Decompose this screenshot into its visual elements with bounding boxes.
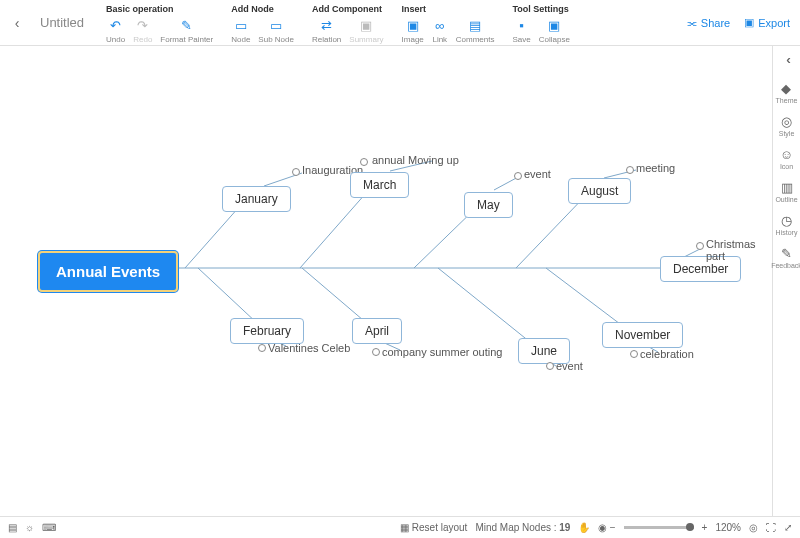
leaf-dot [360, 158, 368, 166]
image-icon: ▣ [405, 17, 421, 33]
svg-line-16 [546, 268, 628, 330]
export-icon: ▣ [744, 16, 754, 29]
panel-outline[interactable]: ▥Outline [775, 180, 797, 203]
leaf-dot [258, 344, 266, 352]
svg-line-14 [438, 268, 530, 342]
hand-tool[interactable]: ✋ [578, 522, 590, 533]
group-addnode-header: Add Node [231, 4, 294, 14]
leaf-dot [372, 348, 380, 356]
add-node-button[interactable]: ▭Node [231, 17, 250, 44]
panel-style[interactable]: ◎Style [779, 114, 795, 137]
insert-image-button[interactable]: ▣Image [402, 17, 424, 44]
leaf-dot [626, 166, 634, 174]
insert-comments-button[interactable]: ▤Comments [456, 17, 495, 44]
redo-icon: ↷ [135, 17, 151, 33]
node-february[interactable]: February [230, 318, 304, 344]
collapse-button[interactable]: ▣Collapse [539, 17, 570, 44]
icon-icon: ☺ [780, 147, 793, 162]
panel-collapse-icon[interactable]: ‹‹ [786, 52, 787, 67]
group-basic-header: Basic operation [106, 4, 213, 14]
leaf-event2[interactable]: event [556, 360, 583, 372]
mindmap-canvas[interactable]: Annual Events January Inauguration March… [0, 46, 772, 516]
collapse-icon: ▣ [546, 17, 562, 33]
reset-layout-button[interactable]: ▦ Reset layout [400, 522, 467, 533]
leaf-celebration[interactable]: celebration [640, 348, 694, 360]
panel-icon[interactable]: ☺Icon [780, 147, 793, 170]
group-tool-header: Tool Settings [512, 4, 569, 14]
leaf-moving[interactable]: annual Moving up [372, 154, 459, 166]
zoom-level: 120% [715, 522, 741, 533]
doc-title[interactable]: Untitled [26, 0, 98, 45]
panel-theme[interactable]: ◆Theme [776, 81, 798, 104]
fullscreen-button[interactable]: ⤢ [784, 522, 792, 533]
panel-history[interactable]: ◷History [776, 213, 798, 236]
zoom-slider[interactable] [624, 526, 694, 529]
comments-icon: ▤ [467, 17, 483, 33]
format-painter-button[interactable]: ✎Format Painter [160, 17, 213, 44]
add-subnode-button[interactable]: ▭Sub Node [258, 17, 294, 44]
node-may[interactable]: May [464, 192, 513, 218]
share-icon: ⫘ [686, 17, 697, 29]
group-addcomp-header: Add Component [312, 4, 384, 14]
leaf-dot [292, 168, 300, 176]
leaf-event1[interactable]: event [524, 168, 551, 180]
leaf-valentines[interactable]: Valentines Celeb [268, 342, 350, 354]
root-node[interactable]: Annual Events [38, 251, 178, 292]
status-icon-1[interactable]: ▤ [8, 522, 17, 533]
status-icon-2[interactable]: ☼ [25, 522, 34, 533]
save-icon: ▪ [514, 17, 530, 33]
save-button[interactable]: ▪Save [512, 17, 530, 44]
leaf-dot [630, 350, 638, 358]
panel-feedback[interactable]: ✎Feedback [771, 246, 800, 269]
leaf-outing[interactable]: company summer outing [382, 346, 502, 358]
leaf-christmas[interactable]: Christmas part [706, 238, 772, 262]
zoom-out-button[interactable]: − [610, 522, 616, 533]
status-bar: ▤ ☼ ⌨ ▦ Reset layout Mind Map Nodes : 19… [0, 516, 800, 538]
undo-icon: ↶ [108, 17, 124, 33]
nodes-count-label: Mind Map Nodes : 19 [475, 522, 570, 533]
link-icon: ∞ [432, 17, 448, 33]
export-button[interactable]: ▣Export [744, 16, 790, 29]
svg-line-10 [198, 268, 258, 324]
node-january[interactable]: January [222, 186, 291, 212]
leaf-meeting[interactable]: meeting [636, 162, 675, 174]
group-insert-header: Insert [402, 4, 495, 14]
undo-button[interactable]: ↶Undo [106, 17, 125, 44]
history-icon: ◷ [781, 213, 792, 228]
insert-link-button[interactable]: ∞Link [432, 17, 448, 44]
relation-button[interactable]: ⇄Relation [312, 17, 341, 44]
theme-icon: ◆ [781, 81, 791, 96]
style-icon: ◎ [781, 114, 792, 129]
eye-tool[interactable]: ◉ [598, 522, 607, 533]
node-icon: ▭ [233, 17, 249, 33]
leaf-dot [546, 362, 554, 370]
node-april[interactable]: April [352, 318, 402, 344]
summary-icon: ▣ [358, 17, 374, 33]
zoom-in-button[interactable]: + [702, 522, 708, 533]
node-march[interactable]: March [350, 172, 409, 198]
leaf-dot [514, 172, 522, 180]
center-button[interactable]: ◎ [749, 522, 758, 533]
back-button[interactable]: ‹ [8, 0, 26, 45]
right-panel: ‹‹ ◆Theme ◎Style ☺Icon ▥Outline ◷History… [772, 46, 800, 516]
format-painter-icon: ✎ [179, 17, 195, 33]
node-august[interactable]: August [568, 178, 631, 204]
redo-button[interactable]: ↷Redo [133, 17, 152, 44]
node-november[interactable]: November [602, 322, 683, 348]
summary-button[interactable]: ▣Summary [349, 17, 383, 44]
feedback-icon: ✎ [781, 246, 792, 261]
share-button[interactable]: ⫘Share [686, 17, 730, 29]
fit-button[interactable]: ⛶ [766, 522, 776, 533]
subnode-icon: ▭ [268, 17, 284, 33]
leaf-dot [696, 242, 704, 250]
relation-icon: ⇄ [319, 17, 335, 33]
outline-icon: ▥ [781, 180, 793, 195]
status-icon-3[interactable]: ⌨ [42, 522, 56, 533]
